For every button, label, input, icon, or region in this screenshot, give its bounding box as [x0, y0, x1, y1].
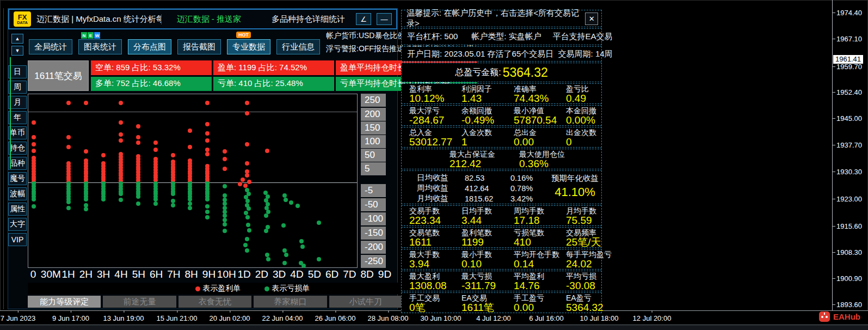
profit-dot — [136, 140, 140, 145]
sidebar-item[interactable]: 周 — [8, 81, 27, 94]
stat-value: 1611 — [409, 237, 461, 247]
stat-value: 75.59 — [566, 215, 601, 225]
income-percent: 0.78% — [510, 184, 549, 193]
stats-row: 手工交易0笔EA交易1611笔手工盈亏0.00EA盈亏5364.32 — [401, 292, 602, 313]
stat-value: 0.14 — [514, 259, 566, 269]
rating-button[interactable]: 养家糊口 — [254, 296, 327, 308]
stat-cell: 平均亏损-30.08 — [566, 272, 601, 291]
rating-button[interactable]: 能力等级评定 — [28, 296, 101, 308]
loss-dot — [32, 204, 36, 209]
loss-dot — [205, 215, 210, 219]
legend-dot — [264, 286, 269, 291]
eahub-logo: EAHub — [819, 311, 860, 322]
stat-value: 223.34 — [409, 215, 461, 225]
profit-dot — [84, 101, 88, 105]
rating-button[interactable]: 小试牛刀 — [329, 296, 402, 308]
sidebar-item[interactable]: 属性 — [8, 203, 27, 216]
profit-dot — [32, 135, 36, 139]
sidebar-item[interactable]: 波幅 — [8, 187, 27, 200]
stat-value: 1611笔 — [461, 302, 514, 313]
rating-button[interactable]: 衣食无忧 — [178, 296, 251, 308]
summary-cell: 空单: 859 占比: 53.32% — [91, 60, 212, 75]
profit-dot — [66, 101, 71, 105]
loss-dot — [223, 229, 227, 233]
y-axis-labels: 250200150100505-5-50-100-150-200-250 — [361, 94, 390, 268]
profit-dot — [205, 101, 210, 105]
sidebar-item[interactable]: 魔号 — [8, 172, 27, 185]
stat-value: 3.94 — [409, 259, 461, 269]
eahub-robot-icon — [819, 311, 830, 322]
x-axis-tick: 4D — [290, 268, 303, 280]
scroll-down-button[interactable]: ▼ — [11, 46, 23, 56]
total-pnl-row: 总盈亏金额: 5364.32 — [401, 63, 602, 82]
sidebar-item[interactable]: 持仓 — [8, 142, 27, 155]
x-axis-tick: 1D — [237, 268, 250, 280]
sidebar-item[interactable]: 月 — [8, 96, 27, 109]
sidebar-item[interactable]: VIP — [8, 233, 27, 246]
y-axis-tick: 250 — [361, 94, 386, 107]
stat-cell: 交易手数223.34 — [409, 207, 461, 225]
scroll-up-button[interactable]: ▲ — [11, 34, 23, 44]
sidebar-item[interactable]: 单币 — [8, 126, 27, 139]
new-badge-letter: E — [88, 32, 94, 39]
stat-value: -284.67 — [409, 115, 461, 125]
stat-label: 最大使用仓位 — [519, 150, 601, 158]
stat-value: 5364.32 — [566, 302, 604, 313]
time-tick: 9 Jun 17:00 — [52, 314, 89, 322]
stat-value: 57870.54 — [514, 115, 566, 125]
tab[interactable]: 分布点图 — [128, 39, 171, 54]
sidebar-item[interactable]: 品种 — [8, 157, 27, 170]
stat-cell: 入金次数1 — [461, 129, 514, 147]
minimize-button[interactable]: — — [377, 13, 392, 25]
x-axis-tick: 7H — [167, 268, 180, 280]
sidebar-item[interactable]: 日 — [8, 65, 27, 78]
scatter-plot — [28, 94, 358, 268]
stat-value: 24.02 — [566, 259, 612, 269]
rating-button[interactable]: 前途无量 — [103, 296, 176, 308]
profit-dot — [101, 153, 106, 157]
time-tick: 4 Jul 12:00 — [476, 314, 511, 322]
sidebar-item[interactable]: 年 — [8, 111, 27, 124]
stat-label: 入金次数 — [461, 129, 514, 137]
tab[interactable]: 图表统计NEW — [78, 39, 122, 54]
stat-label: 月均手数 — [566, 207, 601, 215]
x-axis-tick: 5H — [132, 268, 145, 280]
stat-cell: 交易频率25笔/天 — [566, 229, 601, 247]
tab[interactable]: 报告截图 — [177, 39, 221, 54]
stats-row: 盈利率10.12%利润因子1.43准确率74.43%盈亏比0.49 — [401, 83, 602, 104]
tab[interactable]: 全局统计 — [29, 39, 72, 54]
new-badge: NEW — [81, 32, 100, 39]
tab[interactable]: 专业数据HOT — [227, 39, 270, 54]
time-tick: 28 Jun 08:00 — [367, 314, 408, 322]
stat-cell: 最大浮亏-284.67 — [409, 107, 461, 125]
tab[interactable]: 行业信息 — [276, 39, 320, 54]
profit-dot — [119, 120, 123, 125]
price-tick: 1967.10 — [836, 35, 862, 43]
time-tick: 10 Jul 18:00 — [580, 314, 619, 322]
promo-link[interactable]: 迈汇数据 - 推送家 — [177, 14, 241, 25]
close-button[interactable]: ✕ — [585, 13, 598, 25]
stat-label: 盈利笔数 — [461, 229, 514, 237]
sidebar-item[interactable]: 大字 — [8, 218, 27, 231]
price-tick: 1908.30 — [836, 248, 862, 256]
stats-row: 最大手数3.94最小手数0.10平均开仓手数0.14每手平均盈亏24.02 — [401, 249, 602, 270]
stat-cell: 手工盈亏0.00 — [514, 294, 566, 313]
stat-value: 0.00% — [566, 115, 601, 125]
trendline-tool-button[interactable]: ∠ — [356, 13, 371, 25]
loss-dot — [247, 206, 251, 211]
x-axis-tick: 1H — [61, 268, 75, 280]
time-tick: 22 Jun 04:00 — [262, 314, 303, 322]
loss-dot — [171, 192, 175, 196]
profit-dot — [241, 178, 245, 182]
stat-label: 本金回撤 — [566, 107, 601, 115]
stat-value: -311.79 — [461, 280, 514, 291]
platform-info-row: 平台杠杆: 500 帐户类型: 实盘帐户 平台支持EA交易 — [401, 28, 602, 45]
legend-dot — [195, 286, 200, 291]
x-axis-tick: 30M — [41, 268, 61, 280]
zero-line — [28, 182, 357, 183]
profit-dot — [66, 145, 71, 149]
x-axis-tick: 3H — [97, 268, 110, 280]
stat-label: 平均亏损 — [566, 272, 601, 280]
tip-row: 温馨提示: 在帐户历史中，右击选择<所有交易记录> ✕ — [401, 10, 602, 27]
profit-dot — [265, 149, 269, 153]
